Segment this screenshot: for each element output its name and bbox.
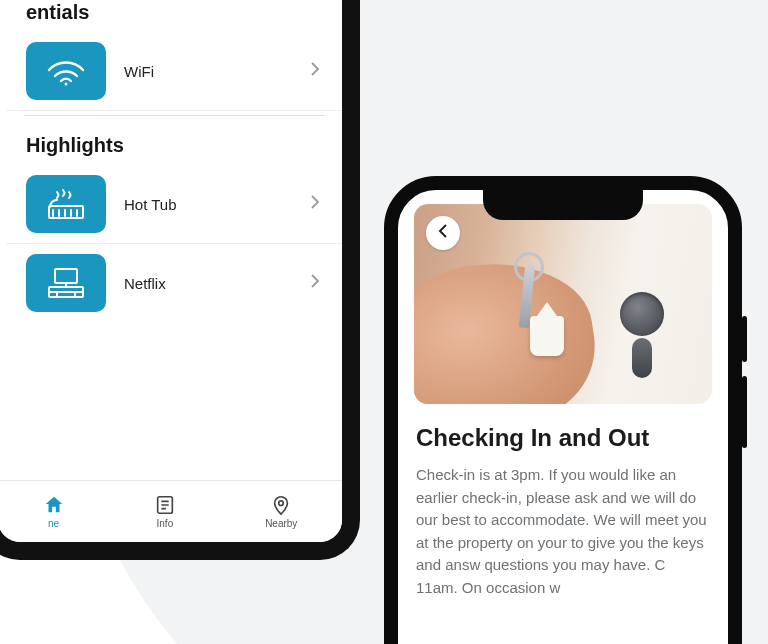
section-title-highlights: Highlights xyxy=(6,134,342,165)
list-item-label: Hot Tub xyxy=(124,196,292,213)
chevron-right-icon xyxy=(310,61,320,81)
list-item-label: Netflix xyxy=(124,275,292,292)
phone-right: Checking In and Out Check-in is at 3pm. … xyxy=(384,176,742,644)
nav-info[interactable]: Info xyxy=(154,494,176,529)
list-item-wifi[interactable]: WiFi xyxy=(6,32,342,111)
nav-label: ne xyxy=(48,518,59,529)
svg-point-1 xyxy=(65,83,68,86)
list-item-hot-tub[interactable]: Hot Tub xyxy=(6,165,342,244)
tv-icon xyxy=(26,254,106,312)
phone-side-button xyxy=(742,316,747,362)
info-icon xyxy=(154,494,176,516)
nav-label: Info xyxy=(157,518,174,529)
svg-point-6 xyxy=(279,501,284,506)
article-title: Checking In and Out xyxy=(416,424,710,452)
wifi-icon xyxy=(26,42,106,100)
phone-notch xyxy=(483,190,643,220)
nav-nearby[interactable]: Nearby xyxy=(265,494,297,529)
phone-side-button xyxy=(742,376,747,448)
section-title-essentials: entials xyxy=(6,1,342,32)
hot-tub-icon xyxy=(26,175,106,233)
hero-image xyxy=(414,204,712,404)
chevron-right-icon xyxy=(310,194,320,214)
chevron-right-icon xyxy=(310,273,320,293)
home-icon xyxy=(43,494,65,516)
nav-home[interactable]: ne xyxy=(43,494,65,529)
location-icon xyxy=(270,494,292,516)
back-button[interactable] xyxy=(426,216,460,250)
list-item-netflix[interactable]: Netflix xyxy=(6,244,342,322)
list-item-label: WiFi xyxy=(124,63,292,80)
chevron-left-icon xyxy=(438,223,448,243)
divider xyxy=(24,115,324,116)
phone-left: nd Ben 7899855609 hello@clarkandersonpro… xyxy=(0,0,360,560)
nav-label: Nearby xyxy=(265,518,297,529)
svg-rect-3 xyxy=(55,269,77,283)
article-body: Check-in is at 3pm. If you would like an… xyxy=(414,464,712,599)
bottom-nav: ne Info Nearby xyxy=(0,480,342,542)
